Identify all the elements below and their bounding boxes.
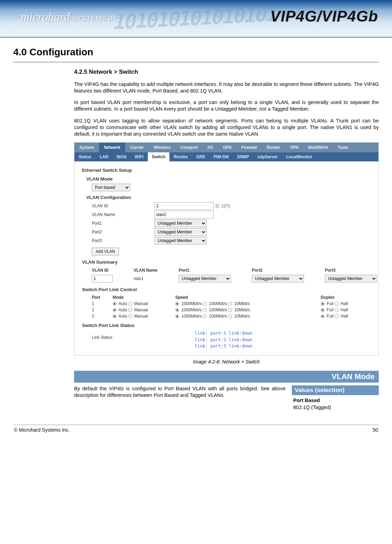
vlan-mode-select[interactable]: Port based xyxy=(92,184,130,191)
intro-para-2: In port based VLAN port membership is ex… xyxy=(74,99,379,112)
banner-bits-deco: 101010101010101 xyxy=(111,2,280,34)
nav-sub-status[interactable]: Status xyxy=(74,152,96,161)
nav-sub-wifi[interactable]: WIFI xyxy=(130,152,147,161)
footer-copyright: © Microhard Systems Inc. xyxy=(14,427,70,433)
radio-manual[interactable] xyxy=(128,302,132,306)
vlan-id-label: VLAN ID xyxy=(92,203,154,208)
linkctl-header: Port Mode Speed Duplex xyxy=(92,294,373,301)
mode-cell: Auto Manual xyxy=(113,307,172,312)
nav-sub-pim-sm[interactable]: PIM-SM xyxy=(209,152,233,161)
nav-top-tools[interactable]: Tools xyxy=(333,143,353,152)
vlan-mode-description: By default the VIP4G is configured to Po… xyxy=(74,385,286,411)
summary-row: vlan1 Untagged Member Untagged Member Un… xyxy=(92,274,373,283)
link-control-title: Switch Port Link Control xyxy=(82,287,373,292)
nav-sub-routes[interactable]: Routes xyxy=(169,152,192,161)
port3-label: Port3 xyxy=(92,238,154,243)
summary-port3-select[interactable]: Untagged Member xyxy=(325,275,377,282)
radio-auto[interactable] xyxy=(113,314,117,318)
nav-top-carrier[interactable]: Carrier xyxy=(125,143,149,152)
nav-top-gps[interactable]: GPS xyxy=(218,143,237,152)
nav-top-network[interactable]: Network xyxy=(99,143,125,152)
port3-select[interactable]: Untagged Member xyxy=(154,237,207,245)
col-port3: Port3 xyxy=(325,268,392,273)
radio-half[interactable] xyxy=(335,314,338,318)
add-vlan-button[interactable]: Add VLAN xyxy=(92,248,119,255)
radio-half[interactable] xyxy=(335,308,338,312)
summary-port2-select[interactable]: Untagged Member xyxy=(252,275,304,282)
linkctl-row-1: 1 Auto Manual 1000Mbit/s 100Mbit/s 10Mbi… xyxy=(92,301,373,307)
radio-auto[interactable] xyxy=(113,302,117,306)
radio-100[interactable] xyxy=(203,302,207,306)
radio-10[interactable] xyxy=(228,314,232,318)
link-status-label: Link Status xyxy=(92,330,150,340)
nav-top: SystemNetworkCarrierWirelessComportI/OGP… xyxy=(74,143,378,152)
radio-full[interactable] xyxy=(321,302,325,306)
divider xyxy=(13,62,379,62)
nav-sub-localmonitor[interactable]: LocalMonitor xyxy=(282,152,317,161)
nav-top-vpn[interactable]: VPN xyxy=(285,143,303,152)
nav-top-firewall[interactable]: Firewall xyxy=(237,143,262,152)
radio-1000[interactable] xyxy=(175,308,179,312)
speed-cell: 1000Mbit/s 100Mbit/s 10Mbit/s xyxy=(175,314,317,319)
radio-10[interactable] xyxy=(228,308,232,312)
col-duplex: Duplex xyxy=(321,295,373,300)
radio-1000[interactable] xyxy=(175,314,179,318)
mode-cell: Auto Manual xyxy=(113,301,172,306)
link-status-line: link: port:2 link:down xyxy=(195,337,253,343)
radio-auto[interactable] xyxy=(113,308,117,312)
vlan-mode-bar: VLAN Mode xyxy=(74,371,379,383)
nav-top-router[interactable]: Router xyxy=(262,143,285,152)
radio-100[interactable] xyxy=(203,314,207,318)
vlan-summary-title: VLAN Summary xyxy=(82,259,373,265)
nav-sub-snmp[interactable]: SNMP xyxy=(233,152,253,161)
vlan-id-input[interactable] xyxy=(154,202,214,210)
radio-manual[interactable] xyxy=(128,308,132,312)
speed-cell: 1000Mbit/s 100Mbit/s 10Mbit/s xyxy=(175,301,317,306)
nav-sub-wan[interactable]: WAN xyxy=(112,152,130,161)
port1-label: Port1 xyxy=(92,221,154,226)
nav-top-multiwan[interactable]: MultiWAN xyxy=(303,143,333,152)
radio-10[interactable] xyxy=(228,302,232,306)
vlan-name-input[interactable] xyxy=(154,211,214,218)
brand-logo-left: microhard SYSTEMS INC. xyxy=(21,10,123,24)
value-port-based: Port Based xyxy=(293,397,377,404)
values-header: Values (selection) xyxy=(292,385,379,395)
port2-label: Port2 xyxy=(92,230,154,234)
vlan-config-title: VLAN Configuration xyxy=(86,195,373,200)
nav-sub-lan[interactable]: LAN xyxy=(96,152,113,161)
radio-manual[interactable] xyxy=(128,314,132,318)
nav-top-comport[interactable]: Comport xyxy=(176,143,203,152)
summary-port1-select[interactable]: Untagged Member xyxy=(179,275,231,282)
radio-100[interactable] xyxy=(203,308,207,312)
radio-1000[interactable] xyxy=(175,302,179,306)
link-status-block: link: port:1 link:down link: port:2 link… xyxy=(195,330,253,350)
nav-top-i/o[interactable]: I/O xyxy=(203,143,218,152)
summary-vlan-id-input[interactable] xyxy=(92,275,113,282)
radio-full[interactable] xyxy=(321,314,325,318)
duplex-cell: Full Half xyxy=(321,307,373,312)
intro-para-3: 802.1Q VLAN uses tagging to allow separa… xyxy=(74,118,379,137)
values-box: Values (selection) Port Based 802.1Q (Ta… xyxy=(292,385,379,411)
nav-sub-gre[interactable]: GRE xyxy=(192,152,209,161)
nav-top-wireless[interactable]: Wireless xyxy=(149,143,175,152)
summary-vlan-name: vlan1 xyxy=(134,276,175,281)
page-footer: © Microhard Systems Inc. 50 xyxy=(13,425,379,435)
linkctl-row-2: 2 Auto Manual 1000Mbit/s 100Mbit/s 10Mbi… xyxy=(92,307,373,313)
col-port: Port xyxy=(92,295,109,300)
nav-top-system[interactable]: System xyxy=(74,143,99,152)
port1-select[interactable]: Untagged Member xyxy=(154,219,207,227)
port2-select[interactable]: Untagged Member xyxy=(154,228,207,236)
nav-sub-sdpserver[interactable]: sdpServer xyxy=(253,152,282,161)
radio-half[interactable] xyxy=(335,302,338,306)
link-status-line: link: port:3 link:down xyxy=(195,343,253,350)
subsection-title: 4.2.5 Network > Switch xyxy=(74,69,379,75)
col-speed: Speed xyxy=(175,295,317,300)
radio-full[interactable] xyxy=(321,308,325,312)
nav-sub-switch[interactable]: Switch xyxy=(148,152,170,161)
brand-name: microhard xyxy=(21,10,70,23)
linkctl-row-3: 3 Auto Manual 1000Mbit/s 100Mbit/s 10Mbi… xyxy=(92,313,373,319)
col-vlan-id: VLAN ID xyxy=(92,268,130,273)
mode-cell: Auto Manual xyxy=(113,314,172,319)
embedded-screenshot: SystemNetworkCarrierWirelessComportI/OGP… xyxy=(74,142,379,355)
link-status-title: Switch Port Link Status xyxy=(82,323,373,328)
